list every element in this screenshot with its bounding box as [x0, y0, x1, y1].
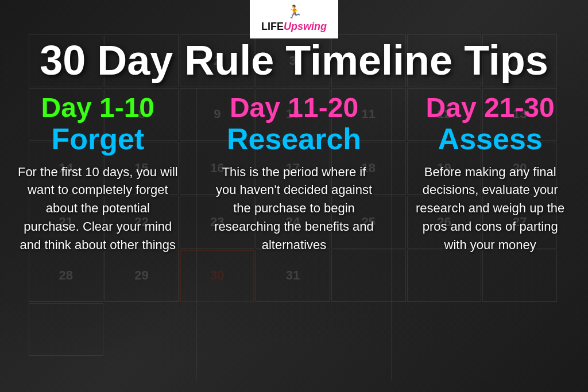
- day-label-1: Day 1-10: [41, 94, 154, 122]
- logo-life: LIFE: [261, 21, 284, 32]
- main-title: 30 Day Rule Timeline Tips: [28, 39, 560, 83]
- description-3: Before making any final decisions, evalu…: [409, 163, 571, 254]
- action-label-1: Forget: [51, 124, 144, 154]
- column-1: Day 1-10 Forget For the first 10 days, y…: [0, 88, 196, 381]
- logo-text: LIFEUpswing: [261, 21, 327, 33]
- action-label-2: Research: [227, 124, 361, 154]
- logo-icon: 🏃: [287, 5, 302, 20]
- description-2: This is the period where if you haven't …: [214, 163, 375, 254]
- day-label-2: Day 11-20: [230, 94, 358, 122]
- logo-container: 🏃 LIFEUpswing: [250, 0, 338, 38]
- description-1: For the first 10 days, you will want to …: [17, 163, 179, 254]
- column-2: Day 11-20 Research This is the period wh…: [196, 88, 393, 381]
- main-content: 🏃 LIFEUpswing 30 Day Rule Timeline Tips …: [0, 0, 588, 392]
- columns-container: Day 1-10 Forget For the first 10 days, y…: [0, 83, 588, 392]
- logo-upswing: Upswing: [284, 21, 327, 32]
- day-label-3: Day 21-30: [426, 94, 555, 122]
- action-label-3: Assess: [438, 124, 543, 154]
- column-3: Day 21-30 Assess Before making any final…: [392, 88, 588, 381]
